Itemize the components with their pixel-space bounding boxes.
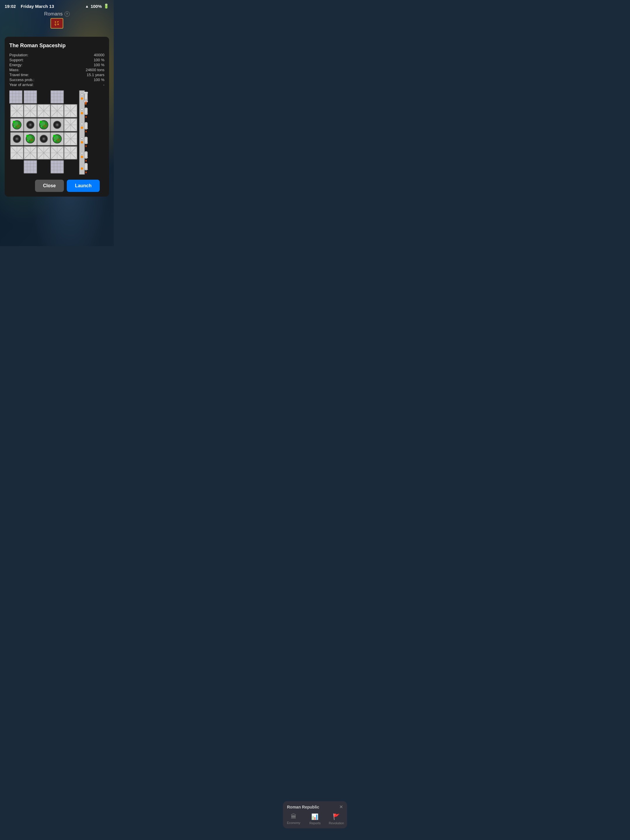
svg-point-60 <box>81 152 83 154</box>
svg-point-63 <box>26 135 28 137</box>
status-time: 19:02 Friday March 13 <box>5 4 54 9</box>
wifi-icon: ▲ <box>85 4 89 8</box>
stat-label-2: Energy: <box>9 63 57 67</box>
battery-text: 100% <box>91 4 102 9</box>
svg-point-55 <box>81 167 83 170</box>
svg-point-58 <box>81 123 83 125</box>
top-header: Romans ? S P Q R <box>0 10 114 31</box>
svg-rect-27 <box>79 90 85 174</box>
svg-rect-39 <box>85 123 87 128</box>
svg-point-50 <box>81 98 83 100</box>
svg-point-52 <box>81 126 83 129</box>
stat-value-4: 15.1 years <box>57 73 104 77</box>
stats-grid: Population: 40000 Support: 100 % Energy:… <box>9 53 104 87</box>
stat-label-3: Mass: <box>9 68 57 72</box>
battery-icon: 🔋 <box>104 3 109 9</box>
modal-overlay: The Roman Spaceship Population: 40000 Su… <box>0 31 114 197</box>
stat-value-6: - <box>57 82 104 87</box>
stat-label-1: Support: <box>9 58 57 62</box>
svg-point-53 <box>81 141 83 144</box>
svg-rect-46 <box>85 160 87 162</box>
spaceship-modal: The Roman Spaceship Population: 40000 Su… <box>5 37 109 197</box>
help-icon[interactable]: ? <box>65 11 70 17</box>
svg-point-54 <box>81 156 83 158</box>
close-button[interactable]: Close <box>35 180 64 192</box>
page-title: Romans <box>44 11 62 17</box>
status-bar: 19:02 Friday March 13 ▲ 100% 🔋 <box>0 0 114 10</box>
stat-label-5: Success prob.: <box>9 77 57 82</box>
svg-point-57 <box>81 109 83 110</box>
svg-rect-48 <box>85 164 87 169</box>
header-title-row: Romans ? <box>44 11 69 17</box>
svg-point-56 <box>81 94 83 96</box>
svg-rect-43 <box>85 145 87 147</box>
spaceship-visual <box>9 90 104 175</box>
svg-rect-36 <box>85 109 87 114</box>
launch-button[interactable]: Launch <box>67 180 100 192</box>
svg-rect-34 <box>85 101 87 103</box>
stat-value-3: 24600 tons <box>57 68 104 72</box>
svg-rect-37 <box>85 116 87 118</box>
stat-value-2: 100 % <box>57 63 104 67</box>
spaceship-svg <box>9 90 109 175</box>
stat-label-6: Year of arrival: <box>9 82 57 87</box>
status-right: ▲ 100% 🔋 <box>85 3 109 9</box>
stat-value-0: 40000 <box>57 53 104 57</box>
faction-emblem: S P Q R <box>51 18 63 28</box>
svg-rect-49 <box>85 172 87 173</box>
svg-rect-33 <box>85 94 87 99</box>
svg-point-61 <box>13 121 15 123</box>
svg-point-64 <box>53 135 55 137</box>
svg-point-59 <box>81 138 83 139</box>
svg-point-51 <box>81 112 83 114</box>
stat-value-5: 100 % <box>57 77 104 82</box>
stat-label-4: Travel time: <box>9 73 57 77</box>
emblem-text: S P Q R <box>55 21 59 26</box>
svg-rect-42 <box>85 138 87 143</box>
svg-point-62 <box>39 121 42 123</box>
svg-rect-40 <box>85 131 87 133</box>
stat-label-0: Population: <box>9 53 57 57</box>
modal-title: The Roman Spaceship <box>9 43 104 49</box>
svg-rect-45 <box>85 152 87 158</box>
stat-value-1: 100 % <box>57 58 104 62</box>
modal-footer: Close Launch <box>9 175 104 197</box>
